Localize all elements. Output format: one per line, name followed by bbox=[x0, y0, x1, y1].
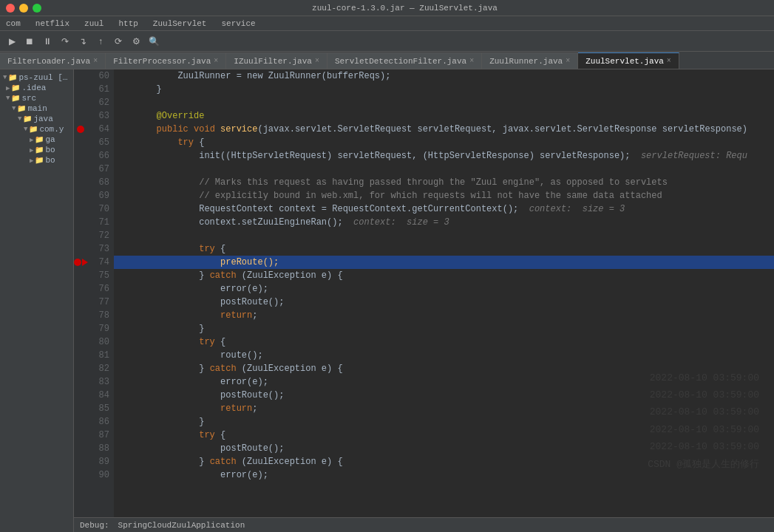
code-token: // Marks this request as having passed t… bbox=[199, 177, 668, 188]
code-token: servletRequest: Requ bbox=[631, 151, 747, 161]
breakpoint-icon bbox=[74, 259, 81, 266]
expand-arrow-main: ▼ bbox=[12, 105, 16, 112]
tab-izuulfilter-close[interactable]: × bbox=[315, 57, 319, 65]
step-into-button[interactable]: ↴ bbox=[75, 34, 90, 49]
search-button[interactable]: 🔍 bbox=[146, 34, 161, 49]
bo1-label: bo bbox=[45, 146, 55, 154]
line-gutter bbox=[74, 259, 87, 266]
maximize-button[interactable] bbox=[33, 4, 41, 13]
breakpoint-icon bbox=[77, 126, 84, 133]
code-token: } bbox=[114, 324, 204, 334]
stop-button[interactable]: ⏹ bbox=[22, 34, 37, 49]
menu-bar: com netflix zuul http ZuulServlet servic… bbox=[0, 16, 774, 31]
menu-item-com[interactable]: com bbox=[3, 19, 24, 28]
sidebar-item-ga[interactable]: ▶ 📁 ga bbox=[0, 134, 73, 145]
pause-button[interactable]: ⏸ bbox=[40, 34, 55, 49]
tab-zuulrunner-close[interactable]: × bbox=[566, 57, 570, 65]
app-label: SpringCloudZuulApplication bbox=[118, 521, 245, 530]
line-number-row: 73 bbox=[74, 242, 114, 256]
line-number-row: 68 bbox=[74, 176, 114, 189]
code-line: error(e); bbox=[114, 375, 774, 389]
line-number-row: 84 bbox=[74, 389, 114, 402]
settings-button[interactable]: ⚙ bbox=[129, 34, 143, 49]
line-number: 66 bbox=[87, 151, 114, 161]
main-label: main bbox=[27, 104, 47, 113]
sidebar-item-bo1[interactable]: ▶ 📁 bo bbox=[0, 145, 73, 155]
line-number-row: 87 bbox=[74, 429, 114, 442]
line-number: 90 bbox=[87, 470, 114, 480]
src-label: src bbox=[21, 94, 36, 103]
code-token: } bbox=[114, 84, 162, 95]
tab-zuulrunner[interactable]: ZuulRunner.java × bbox=[482, 52, 578, 69]
sidebar-item-com[interactable]: ▼ 📁 com.y bbox=[0, 124, 73, 134]
java-label: java bbox=[33, 115, 52, 123]
code-line: RequestContext context = RequestContext.… bbox=[114, 202, 774, 216]
line-number: 73 bbox=[87, 244, 114, 254]
tab-servletdetectionfilter-close[interactable]: × bbox=[469, 57, 474, 65]
code-line: // Marks this request as having passed t… bbox=[114, 176, 774, 189]
resume-button[interactable]: ⟳ bbox=[111, 34, 126, 49]
menu-item-http[interactable]: http bbox=[115, 19, 140, 28]
sidebar-item-main[interactable]: ▼ 📁 main bbox=[0, 103, 73, 114]
close-button[interactable] bbox=[6, 4, 15, 13]
code-lines-container[interactable]: ZuulRunner = new ZuulRunner(bufferReqs);… bbox=[114, 69, 774, 517]
tab-filterloader[interactable]: FilterLoader.java × bbox=[0, 52, 106, 69]
window-controls[interactable] bbox=[6, 4, 41, 13]
line-number: 68 bbox=[87, 177, 114, 188]
code-token bbox=[114, 403, 220, 414]
code-token bbox=[114, 244, 199, 254]
code-token: { bbox=[194, 137, 204, 148]
code-line: postRoute(); bbox=[114, 296, 774, 309]
menu-item-netflix[interactable]: netflix bbox=[33, 19, 72, 28]
code-token: catch bbox=[210, 364, 237, 374]
code-token: // explicitly bound in web.xml, for whic… bbox=[199, 191, 662, 201]
code-token: postRoute(); bbox=[114, 390, 284, 400]
menu-item-zuul[interactable]: zuul bbox=[81, 19, 106, 28]
line-number: 70 bbox=[87, 204, 114, 214]
tab-izuulfilter[interactable]: IZuulFilter.java × bbox=[226, 52, 327, 69]
code-line: } bbox=[114, 322, 774, 335]
tab-filterprocessor[interactable]: FilterProcessor.java × bbox=[106, 52, 226, 69]
line-number: 85 bbox=[87, 403, 114, 414]
expand-arrow-project: ▼ bbox=[3, 74, 7, 81]
code-line: try { bbox=[114, 242, 774, 256]
code-token: RequestContext context = RequestContext.… bbox=[114, 204, 518, 214]
line-number-row: 89 bbox=[74, 455, 114, 468]
com-icon: 📁 bbox=[29, 125, 38, 134]
code-token: catch bbox=[210, 457, 237, 467]
tab-servletdetectionfilter[interactable]: ServletDetectionFilter.java × bbox=[327, 52, 482, 69]
sidebar-item-src[interactable]: ▼ 📁 src bbox=[0, 93, 73, 103]
menu-item-service[interactable]: service bbox=[218, 19, 258, 28]
code-token: } bbox=[114, 364, 210, 374]
sidebar-item-java[interactable]: ▼ 📁 java bbox=[0, 114, 73, 124]
line-number-row: 88 bbox=[74, 442, 114, 455]
code-content[interactable]: 6061626364656667686970717273747576777879… bbox=[74, 69, 774, 517]
src-icon: 📁 bbox=[11, 94, 20, 103]
step-out-button[interactable]: ↑ bbox=[93, 34, 108, 49]
run-button[interactable]: ▶ bbox=[4, 34, 19, 49]
minimize-button[interactable] bbox=[19, 4, 28, 13]
tab-filterprocessor-close[interactable]: × bbox=[214, 57, 218, 65]
step-over-button[interactable]: ↷ bbox=[58, 34, 72, 49]
bo2-label: bo bbox=[45, 156, 55, 165]
line-number-row: 62 bbox=[74, 96, 114, 109]
line-number-row: 90 bbox=[74, 468, 114, 482]
main-icon: 📁 bbox=[17, 104, 26, 113]
line-number-row: 69 bbox=[74, 189, 114, 202]
code-token bbox=[114, 310, 220, 321]
code-token bbox=[114, 430, 199, 440]
line-number: 76 bbox=[87, 284, 114, 294]
sidebar-item-bo2[interactable]: ▶ 📁 bo bbox=[0, 155, 73, 166]
sidebar-item-idea[interactable]: ▶ 📁 .idea bbox=[0, 83, 73, 93]
idea-label: .idea bbox=[21, 83, 46, 92]
code-token: { bbox=[215, 337, 225, 347]
menu-item-zuulservlet[interactable]: ZuulServlet bbox=[150, 19, 210, 28]
tab-zuulservlet-close[interactable]: × bbox=[667, 57, 671, 65]
tab-filterloader-close[interactable]: × bbox=[93, 57, 98, 65]
expand-arrow-java: ▼ bbox=[18, 115, 21, 123]
code-token: ZuulRunner = new ZuulRunner(bufferReqs); bbox=[114, 71, 390, 81]
sidebar-item-project[interactable]: ▼ 📁 ps-zuul [phoenix] bbox=[0, 72, 73, 83]
line-number: 78 bbox=[87, 310, 114, 321]
tab-zuulservlet[interactable]: ZuulServlet.java × bbox=[578, 52, 679, 69]
line-number-row: 70 bbox=[74, 202, 114, 216]
